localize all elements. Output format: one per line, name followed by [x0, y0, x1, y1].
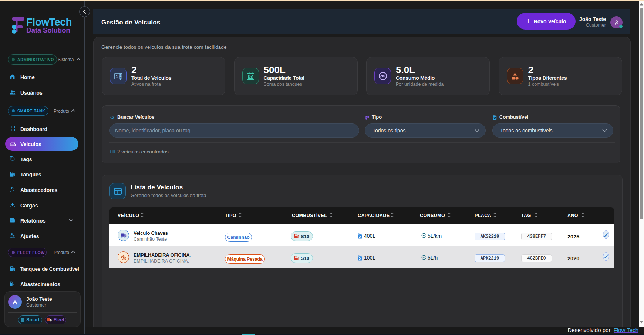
svg-text:3: 3 [119, 77, 121, 81]
svg-text:2: 2 [119, 73, 121, 77]
svg-text:1: 1 [116, 74, 118, 79]
